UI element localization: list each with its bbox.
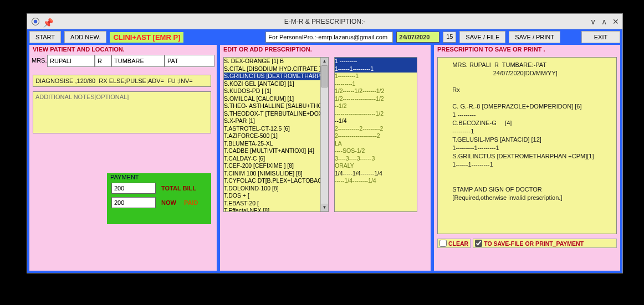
output-heading: PRESCRIPTION TO SAVE OR PRINT . — [434, 45, 620, 54]
date-field[interactable] — [396, 32, 439, 43]
list-item[interactable]: -----1/4--------1/4 — [335, 177, 417, 185]
scroll-up-icon[interactable]: ▲ — [321, 58, 328, 65]
prescription-output-panel: PRESCRIPTION TO SAVE OR PRINT . MRS. RUP… — [434, 45, 620, 271]
list-item[interactable]: S.X-PAR [1] — [224, 117, 328, 125]
list-item[interactable]: 1/2------1/2-------1/2 — [335, 87, 417, 95]
list-item[interactable]: ORALY — [335, 162, 417, 170]
list-item[interactable]: S.KOZI GEL [ANTACID] [1] — [224, 80, 328, 88]
list-item[interactable]: S.CITAL [DISODIUM HYD.CITRATE ] — [224, 65, 328, 73]
save-print-checkbox[interactable]: TO SAVE-FILE OR PRINT_PAYMENT — [473, 239, 617, 248]
list-item[interactable]: T.CYFOLAC DT[B.PLEX+LACTOBACI — [224, 177, 328, 185]
list-item[interactable]: T.CEF-200 [CEFIXIME ] [8] — [224, 162, 328, 170]
list-item[interactable]: 1 --------- — [335, 58, 417, 65]
list-item[interactable]: --1/2 — [335, 102, 417, 110]
notes-input[interactable] — [33, 91, 211, 133]
list-item[interactable]: T.DOS + [ — [224, 192, 328, 200]
patient-heading: VIEW PATIENT AND LOCATION. — [29, 45, 217, 54]
clear-checkbox[interactable]: CLEAR — [437, 239, 471, 248]
list-item[interactable]: --1/4 — [335, 117, 417, 125]
scroll-thumb[interactable] — [321, 65, 328, 87]
payment-box: PAYMENT TOTAL BILL NOW PAID — [107, 173, 211, 224]
list-item[interactable]: ---------------------1/2 — [335, 110, 417, 118]
list-item[interactable]: ----SOS-1/2 — [335, 147, 417, 155]
list-item[interactable]: ---------1 — [335, 80, 417, 88]
list-item[interactable]: T.Effectal-NFX [8] — [224, 207, 328, 212]
list-item[interactable]: T.CINIM 100 [NIMISULIDE] [8] — [224, 170, 328, 178]
minimize-icon[interactable]: ∨ — [590, 17, 596, 26]
list-item[interactable]: S.GRILINCTUS [DEXTROMETHARPH — [224, 73, 328, 80]
location-input[interactable] — [165, 55, 214, 67]
toolbar: START ADD NEW. CLINI+AST [EMR P] 15 SAVE… — [27, 29, 622, 45]
list-item[interactable]: T.CADBE [MULTIVIT+ANTIOXI] [4] — [224, 147, 328, 155]
list-item[interactable]: 1------1---------1 — [335, 65, 417, 73]
list-item[interactable]: 2--------------------2 — [335, 132, 417, 140]
close-icon[interactable]: ✕ — [612, 17, 619, 26]
list-item[interactable]: 1/4-----1/4-------1/4 — [335, 170, 417, 178]
list-item[interactable]: S.OMILCAL [CALCIUM] [1] — [224, 95, 328, 103]
list-item[interactable]: 1---------1 — [335, 73, 417, 80]
prescription-edit-panel: EDIT OR ADD PRESCRIPTION. S. DEX-ORANGE … — [220, 45, 431, 271]
list-item[interactable]: 3----3----3------3 — [335, 155, 417, 163]
exit-button[interactable]: EXIT — [581, 31, 620, 43]
list-item[interactable]: LA — [335, 140, 417, 148]
list-item[interactable]: T.CALDAY-C [6] — [224, 155, 328, 163]
first-name-input[interactable] — [47, 55, 95, 67]
brand-label: CLINI+AST [EMR P] — [110, 32, 183, 43]
list-item[interactable]: S. DEX-ORANGE [1] B — [224, 58, 328, 65]
save-file-button[interactable]: SAVE / FILE — [459, 31, 505, 43]
scroll-down-icon[interactable]: ▼ — [321, 204, 328, 211]
patient-panel: VIEW PATIENT AND LOCATION. MRS. PAYMENT … — [29, 45, 217, 271]
last-name-input[interactable] — [111, 55, 165, 67]
drug-listbox[interactable]: S. DEX-ORANGE [1] BS.CITAL [DISODIUM HYD… — [223, 57, 329, 212]
paid-label: PAID — [184, 199, 198, 206]
email-field[interactable] — [265, 32, 393, 43]
list-item[interactable]: T.EBAST-20 [ — [224, 200, 328, 208]
payment-legend: PAYMENT — [107, 173, 211, 181]
add-new-button[interactable]: ADD NEW. — [64, 31, 106, 43]
list-item[interactable]: S.THEODOX-T [TERBUTALINE+DOX — [224, 110, 328, 118]
day-box[interactable]: 15 — [443, 32, 456, 43]
titlebar: 📌 E-M-R & PRESCRIPTION:- ∨ ∧ ✕ — [27, 14, 622, 29]
list-item[interactable]: T.DOLOKIND-100 [8] — [224, 185, 328, 193]
paid-input[interactable] — [111, 197, 156, 208]
list-item[interactable]: 1/2-----------------1/2 — [335, 95, 417, 103]
diagnosis-input[interactable] — [33, 75, 211, 87]
total-bill-label: TOTAL BILL — [161, 185, 196, 192]
prescription-text: MRS. RUPALI R TUMBARE:-PAT 24/07/2020[DD… — [437, 57, 617, 234]
maximize-icon[interactable]: ∧ — [601, 17, 607, 26]
edit-heading: EDIT OR ADD PRESCRIPTION. — [220, 45, 431, 54]
list-item[interactable]: S.THEO- ASTHALLINE [SALBU+THO — [224, 102, 328, 110]
dosage-listbox[interactable]: 1 ---------1------1---------11---------1… — [334, 57, 417, 212]
save-print-button[interactable]: SAVE / PRINT — [509, 31, 560, 43]
list-item[interactable]: 2-----------2---------2 — [335, 125, 417, 133]
now-label: NOW — [161, 199, 176, 206]
scrollbar[interactable]: ▲ ▼ — [320, 58, 328, 211]
window-title: E-M-R & PRESCRIPTION:- — [27, 18, 622, 25]
list-item[interactable]: S.KUDOS-PD [ [1] — [224, 87, 328, 95]
app-window: 📌 E-M-R & PRESCRIPTION:- ∨ ∧ ✕ START ADD… — [27, 13, 623, 273]
total-bill-input[interactable] — [111, 183, 156, 194]
start-button[interactable]: START — [29, 31, 61, 43]
middle-name-input[interactable] — [95, 55, 111, 67]
title-label: MRS. — [32, 55, 47, 67]
list-item[interactable]: T.ASTROTEL-CT-12.5 [6] — [224, 125, 328, 133]
list-item[interactable]: T.AZIFORCE-500 [1] — [224, 132, 328, 140]
list-item[interactable]: T.BLUMETA-25-XL — [224, 140, 328, 148]
